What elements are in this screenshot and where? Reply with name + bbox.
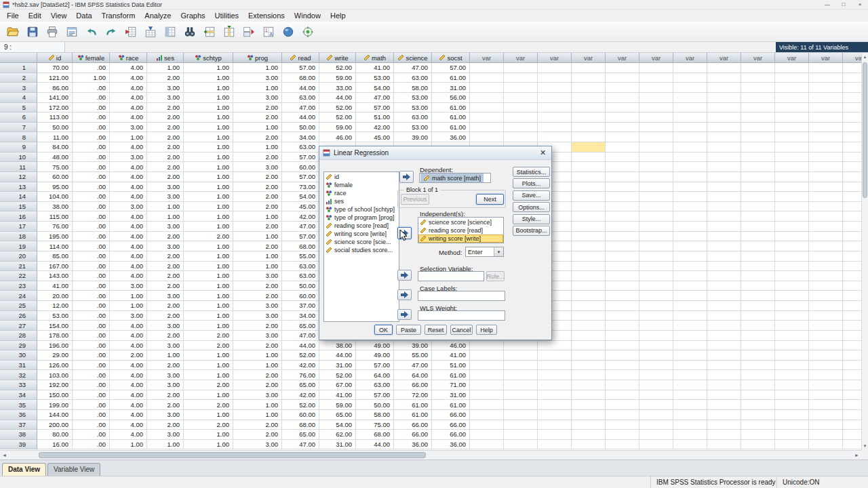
- cell[interactable]: [707, 341, 741, 351]
- cell[interactable]: [843, 321, 861, 331]
- cell[interactable]: 2.00: [233, 341, 282, 351]
- cell[interactable]: 195.00: [37, 232, 73, 242]
- cell[interactable]: [639, 321, 673, 331]
- cell[interactable]: [673, 93, 707, 103]
- scroll-left-icon[interactable]: ◄: [0, 451, 9, 459]
- cell[interactable]: [775, 341, 809, 351]
- cell[interactable]: [843, 83, 861, 93]
- row-number[interactable]: 1: [0, 63, 37, 73]
- vertical-scroll-thumb[interactable]: [863, 62, 867, 198]
- cell[interactable]: 52.00: [319, 113, 356, 123]
- cell[interactable]: 1.00: [184, 162, 233, 172]
- cell[interactable]: .00: [73, 152, 110, 163]
- cell[interactable]: 71.00: [432, 380, 470, 390]
- cell[interactable]: 1.00: [110, 291, 147, 301]
- cell[interactable]: [843, 232, 861, 242]
- cell[interactable]: [809, 350, 843, 361]
- cell[interactable]: 3.00: [233, 162, 282, 172]
- cell[interactable]: [741, 301, 775, 311]
- cell[interactable]: [775, 103, 809, 113]
- cell[interactable]: [639, 331, 673, 341]
- cell[interactable]: .00: [73, 142, 110, 152]
- cell[interactable]: [809, 291, 843, 301]
- cell[interactable]: [504, 390, 538, 401]
- cell[interactable]: 47.00: [394, 63, 432, 73]
- cell[interactable]: 2.00: [233, 172, 282, 182]
- cell[interactable]: 65.00: [282, 321, 319, 331]
- cell[interactable]: [504, 380, 538, 390]
- cell[interactable]: [775, 202, 809, 212]
- cell[interactable]: 3.00: [233, 331, 282, 341]
- cell[interactable]: 1.00: [184, 132, 233, 142]
- minimize-icon[interactable]: —: [819, 0, 835, 9]
- cell[interactable]: 59.00: [319, 123, 356, 133]
- row-number[interactable]: 17: [0, 222, 37, 232]
- row-number[interactable]: 22: [0, 271, 37, 281]
- cell[interactable]: [538, 73, 572, 83]
- cell[interactable]: 2.00: [233, 241, 282, 251]
- cell[interactable]: [572, 172, 606, 182]
- method-dropdown[interactable]: Enter ▼: [465, 247, 504, 257]
- cell[interactable]: [775, 241, 809, 251]
- cell[interactable]: [809, 341, 843, 351]
- cell[interactable]: [707, 301, 741, 311]
- cell[interactable]: [504, 430, 538, 440]
- cell[interactable]: [572, 380, 606, 390]
- cell[interactable]: [504, 63, 538, 73]
- cell[interactable]: .00: [73, 162, 110, 172]
- cell[interactable]: [606, 232, 639, 242]
- cell[interactable]: [673, 361, 707, 371]
- cell[interactable]: [741, 390, 775, 401]
- cell[interactable]: .00: [73, 113, 110, 123]
- scroll-up-icon[interactable]: ▲: [862, 53, 868, 61]
- row-number[interactable]: 34: [0, 390, 37, 401]
- cell[interactable]: [639, 103, 673, 113]
- cell[interactable]: [639, 410, 673, 420]
- cell[interactable]: 63.00: [282, 262, 319, 272]
- column-header-science[interactable]: science: [394, 53, 432, 63]
- open-data-icon[interactable]: [4, 23, 21, 40]
- cell[interactable]: [639, 370, 673, 380]
- cell[interactable]: [775, 211, 809, 222]
- cell[interactable]: 73.00: [282, 182, 319, 192]
- cell[interactable]: 3.00: [110, 311, 147, 321]
- column-header-var[interactable]: var: [572, 53, 606, 63]
- cell[interactable]: [843, 132, 861, 142]
- insert-cases-icon[interactable]: [201, 23, 218, 40]
- cell[interactable]: [606, 211, 639, 222]
- cell[interactable]: 1.00: [184, 350, 233, 361]
- cell[interactable]: 1.00: [233, 251, 282, 262]
- cell[interactable]: 61.00: [432, 113, 470, 123]
- row-number[interactable]: 30: [0, 350, 37, 361]
- cell[interactable]: 4.00: [110, 222, 147, 232]
- cell[interactable]: 178.00: [37, 331, 73, 341]
- cell[interactable]: .00: [73, 430, 110, 440]
- cell[interactable]: [707, 73, 741, 83]
- cell[interactable]: [606, 202, 639, 212]
- cell[interactable]: 46.00: [319, 132, 356, 142]
- cell[interactable]: 52.00: [282, 350, 319, 361]
- cell[interactable]: 121.00: [37, 73, 73, 83]
- cell[interactable]: [606, 222, 639, 232]
- cell[interactable]: [538, 113, 572, 123]
- cell[interactable]: 1.00: [184, 113, 233, 123]
- cell[interactable]: 3.00: [147, 380, 184, 390]
- cell[interactable]: 3.00: [110, 202, 147, 212]
- cell[interactable]: [606, 410, 639, 420]
- cell[interactable]: 49.00: [356, 350, 394, 361]
- cell[interactable]: [639, 83, 673, 93]
- cell[interactable]: [809, 321, 843, 331]
- cell[interactable]: [470, 390, 504, 401]
- cell[interactable]: [470, 341, 504, 351]
- cell[interactable]: [504, 73, 538, 83]
- cell[interactable]: [775, 192, 809, 202]
- cell[interactable]: [572, 400, 606, 410]
- cell[interactable]: [572, 93, 606, 103]
- cell[interactable]: [572, 281, 606, 291]
- cell[interactable]: [673, 192, 707, 202]
- cell[interactable]: [606, 311, 639, 321]
- row-number[interactable]: 8: [0, 132, 37, 142]
- cell[interactable]: 4.00: [110, 73, 147, 83]
- cell[interactable]: [639, 341, 673, 351]
- cell[interactable]: 2.00: [233, 192, 282, 202]
